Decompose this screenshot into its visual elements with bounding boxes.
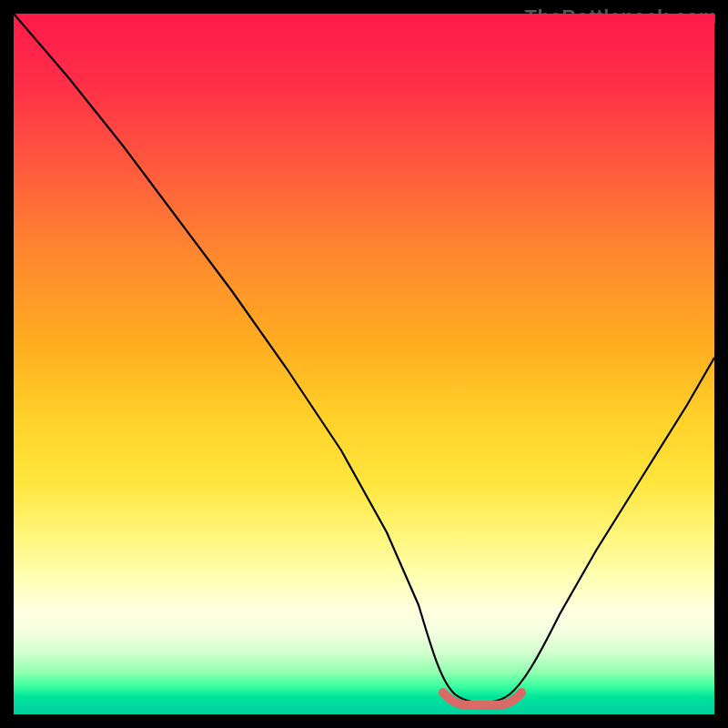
plot-area xyxy=(14,14,714,714)
bottleneck-curve xyxy=(14,14,714,703)
chart-stage: TheBottleneck.com xyxy=(0,0,728,728)
curve-svg xyxy=(14,14,714,714)
